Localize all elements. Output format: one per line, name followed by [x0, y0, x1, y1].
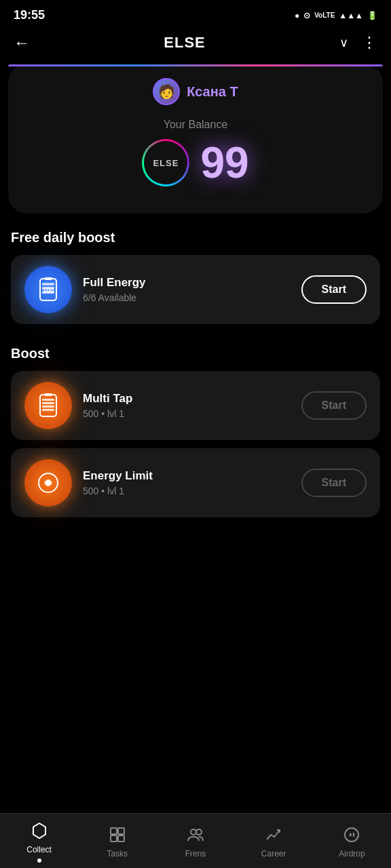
bottom-nav: Collect Tasks Frens — [0, 813, 391, 868]
energy-limit-sub: 500 • lvl 1 — [83, 486, 291, 496]
svg-rect-11 — [42, 409, 54, 411]
svg-point-19 — [196, 829, 202, 835]
free-daily-boost-title: Free daily boost — [11, 230, 380, 245]
nav-item-airdrop[interactable]: Airdrop — [324, 826, 379, 859]
status-icons: ● ⊙ VoLTE ▲▲▲ 🔋 — [295, 11, 377, 20]
boost-title: Boost — [11, 346, 380, 361]
full-energy-start-button[interactable]: Start — [301, 275, 367, 304]
svg-rect-16 — [111, 835, 117, 842]
nav-item-frens[interactable]: Frens — [168, 826, 223, 859]
full-energy-name: Full Energy — [83, 276, 291, 290]
multi-tap-info: Multi Tap 500 • lvl 1 — [83, 392, 291, 419]
svg-rect-14 — [111, 828, 117, 834]
career-icon — [265, 826, 282, 846]
svg-rect-3 — [42, 283, 54, 285]
battery-icon: 🔋 — [367, 11, 377, 20]
network-icon: VoLTE — [314, 12, 335, 19]
frens-icon — [187, 826, 204, 846]
balance-row: ELSE 99 — [142, 139, 248, 186]
svg-rect-15 — [118, 828, 124, 834]
nav-active-dot — [37, 859, 41, 863]
free-daily-boost-section: Free daily boost 100 Full Energy 6/6 Ava… — [0, 214, 391, 330]
svg-rect-8 — [42, 399, 54, 401]
nav-label-tasks: Tasks — [107, 849, 128, 859]
profile-name: Ксана Т — [187, 84, 238, 100]
status-time: 19:55 — [14, 8, 45, 22]
svg-rect-7 — [44, 393, 52, 396]
energy-limit-name: Energy Limit — [83, 469, 291, 483]
back-button[interactable]: ← — [14, 33, 30, 52]
energy-limit-icon — [24, 459, 72, 507]
dot-icon: ● — [295, 11, 299, 20]
multi-tap-start-button[interactable]: Start — [301, 391, 367, 420]
full-energy-info: Full Energy 6/6 Available — [83, 276, 291, 303]
svg-point-13 — [46, 481, 50, 485]
boost-section: Boost Multi Tap 500 • lvl 1 Start — [0, 330, 391, 523]
svg-rect-17 — [118, 835, 124, 842]
profile-header: 🧑 Ксана Т — [153, 78, 238, 105]
tasks-icon — [109, 826, 126, 846]
profile-section: 🧑 Ксана Т Your Balance ELSE 99 — [8, 63, 383, 214]
status-bar: 19:55 ● ⊙ VoLTE ▲▲▲ 🔋 — [0, 0, 391, 28]
avatar: 🧑 — [153, 78, 180, 105]
svg-point-18 — [191, 829, 196, 835]
multi-tap-icon — [24, 382, 72, 429]
nav-item-collect[interactable]: Collect — [12, 822, 67, 863]
svg-rect-9 — [42, 402, 54, 404]
else-logo: ELSE — [142, 139, 189, 186]
nav-item-tasks[interactable]: Tasks — [90, 826, 145, 859]
nav-label-career: Career — [261, 849, 286, 859]
more-menu-button[interactable]: ⋮ — [362, 34, 377, 52]
full-energy-sub: 6/6 Available — [83, 292, 291, 303]
multi-tap-sub: 500 • lvl 1 — [83, 408, 291, 419]
energy-limit-start-button[interactable]: Start — [301, 469, 367, 497]
app-title: ELSE — [164, 34, 205, 52]
chevron-down-icon[interactable]: ∨ — [339, 35, 348, 50]
svg-rect-1 — [44, 277, 52, 280]
header: ← ELSE ∨ ⋮ — [0, 28, 391, 63]
logo-text: ELSE — [153, 158, 179, 168]
multi-tap-card: Multi Tap 500 • lvl 1 Start — [11, 371, 380, 440]
full-energy-card: 100 Full Energy 6/6 Available Start — [11, 255, 380, 324]
balance-amount: 99 — [200, 141, 248, 184]
airdrop-icon — [343, 826, 360, 846]
energy-limit-info: Energy Limit 500 • lvl 1 — [83, 469, 291, 496]
svg-rect-5 — [42, 291, 54, 294]
multi-tap-name: Multi Tap — [83, 392, 291, 406]
svg-rect-10 — [42, 406, 54, 408]
nav-label-frens: Frens — [185, 849, 206, 859]
avatar-emoji: 🧑 — [158, 83, 175, 100]
nav-item-career[interactable]: Career — [246, 826, 301, 859]
bars-icon: ▲▲▲ — [339, 11, 363, 20]
nav-label-airdrop: Airdrop — [339, 849, 365, 859]
energy-limit-card: Energy Limit 500 • lvl 1 Start — [11, 448, 380, 517]
collect-icon — [31, 822, 48, 842]
full-energy-icon: 100 — [24, 266, 72, 313]
header-right: ∨ ⋮ — [339, 34, 377, 52]
balance-label: Your Balance — [164, 119, 228, 131]
svg-rect-4 — [42, 287, 54, 290]
nav-label-collect: Collect — [26, 845, 52, 854]
signal-icon: ⊙ — [303, 11, 310, 20]
